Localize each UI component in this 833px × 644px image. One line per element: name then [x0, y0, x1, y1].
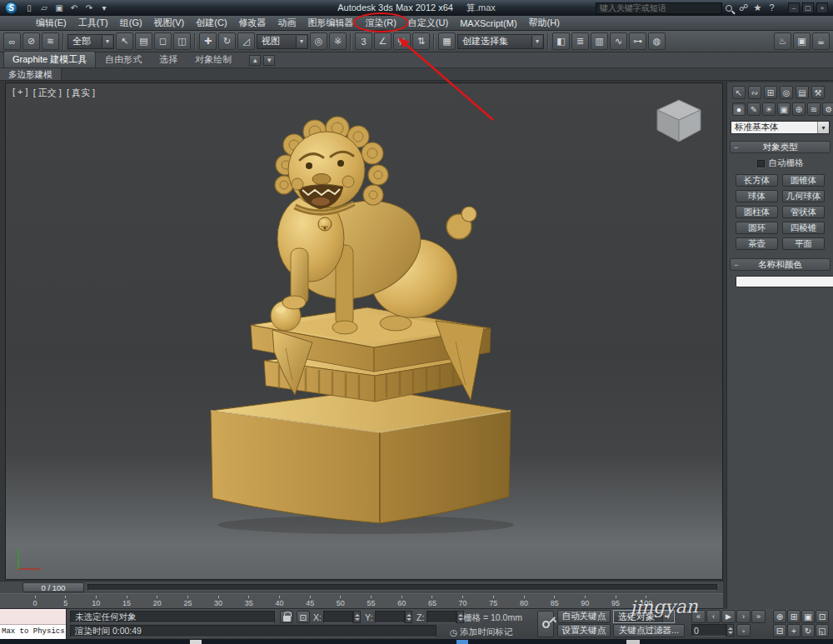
select-and-scale-icon[interactable]: ◿	[237, 32, 255, 50]
select-and-manipulate-icon[interactable]: ※	[329, 32, 347, 50]
maximize-viewport-icon[interactable]: ◱	[816, 624, 829, 637]
menu-item[interactable]: 组(G)	[114, 16, 148, 30]
y-spinner[interactable]	[405, 611, 412, 623]
set-key-toggle-button[interactable]	[537, 611, 554, 637]
object-type-button[interactable]: 球体	[736, 190, 778, 202]
object-name-field[interactable]	[736, 276, 833, 287]
align-icon[interactable]: ≣	[571, 32, 589, 50]
systems-category-icon[interactable]: ⚙	[822, 102, 833, 116]
selection-region-icon[interactable]: ◻	[154, 32, 172, 50]
edit-named-selection-sets-icon[interactable]: ▦	[438, 32, 456, 50]
key-mode-toggle[interactable]: ◦	[736, 624, 751, 637]
time-slider-track[interactable]	[87, 584, 717, 591]
ribbon-minimize-icon[interactable]: ▴	[249, 55, 261, 66]
lights-category-icon[interactable]: ☀	[762, 102, 776, 116]
undo-icon[interactable]: ↶	[67, 2, 81, 14]
menu-item[interactable]: 图形编辑器	[302, 16, 360, 30]
auto-key-button[interactable]: 自动关键点	[557, 610, 611, 623]
tab-selection[interactable]: 选择	[151, 52, 186, 67]
select-and-move-icon[interactable]: ✚	[199, 32, 217, 50]
menu-item[interactable]: 创建(C)	[190, 16, 232, 30]
set-key-button[interactable]: 设置关键点	[557, 624, 611, 637]
use-pivot-center-icon[interactable]: ◎	[310, 32, 327, 50]
object-type-button[interactable]: 圆环	[736, 222, 778, 234]
zoom-extents-icon[interactable]: ▣	[801, 610, 815, 623]
viewport-general-menu[interactable]: [ + ]	[12, 87, 28, 99]
subtab-polygon-modeling[interactable]: 多边形建模	[0, 68, 62, 80]
play-animation-icon[interactable]: ▶	[721, 610, 736, 623]
workspace-dropdown-icon[interactable]: ▾	[97, 2, 111, 14]
open-file-icon[interactable]: ▱	[37, 2, 51, 14]
cameras-category-icon[interactable]: ▣	[777, 102, 791, 116]
curve-editor-icon[interactable]: ∿	[610, 32, 627, 50]
frame-spinner[interactable]	[726, 624, 734, 637]
help-icon[interactable]: ?	[766, 2, 778, 13]
previous-frame-icon[interactable]: ‹	[706, 610, 721, 623]
display-tab-icon[interactable]: ▤	[796, 86, 809, 99]
save-file-icon[interactable]: ▣	[52, 2, 66, 14]
space-warps-category-icon[interactable]: ≋	[807, 102, 821, 116]
object-type-button[interactable]: 长方体	[736, 174, 778, 187]
next-frame-icon[interactable]: ›	[736, 610, 751, 623]
minimize-button[interactable]: –	[788, 2, 800, 13]
object-type-button[interactable]: 圆柱体	[736, 206, 778, 218]
absolute-offset-toggle[interactable]: ⊡	[297, 611, 310, 623]
menu-item[interactable]: 视图(V)	[148, 16, 191, 30]
spinner-up-icon[interactable]	[458, 614, 463, 617]
spinner-down-icon[interactable]	[355, 618, 360, 621]
menu-item[interactable]: 编辑(E)	[30, 16, 72, 30]
percent-snap-icon[interactable]: %	[393, 32, 411, 50]
menu-item[interactable]: 修改器	[233, 16, 272, 30]
close-button[interactable]: ×	[816, 2, 828, 13]
key-selection-dropdown[interactable]: 选定对象 ▾	[613, 610, 675, 623]
go-to-start-icon[interactable]: «	[691, 610, 706, 623]
lion-statue-model[interactable]	[131, 102, 547, 580]
viewport-pov-menu[interactable]: [ 正交 ]	[33, 87, 62, 99]
orthographic-viewport[interactable]: [ + ] [ 正交 ] [ 真实 ]	[5, 82, 723, 580]
selection-lock-toggle[interactable]	[280, 611, 293, 623]
search-input[interactable]	[596, 2, 722, 14]
macro-recorder-row[interactable]	[0, 609, 66, 625]
x-spinner[interactable]	[353, 611, 361, 623]
helpers-category-icon[interactable]: ⊕	[792, 102, 806, 116]
menu-item[interactable]: MAXScript(M)	[454, 16, 522, 30]
spinner-down-icon[interactable]	[407, 618, 412, 621]
tab-object-paint[interactable]: 对象绘制	[187, 52, 240, 67]
menu-item[interactable]: 渲染(R)	[360, 16, 402, 30]
listener-row[interactable]: Max to Physics (	[0, 625, 66, 640]
select-by-name-icon[interactable]: ▤	[135, 32, 152, 50]
autogrid-checkbox[interactable]	[757, 160, 765, 167]
object-type-rollout-header[interactable]: − 对象类型	[730, 141, 831, 153]
spinner-down-icon[interactable]	[728, 632, 733, 634]
render-setup-icon[interactable]: ♨	[774, 32, 791, 50]
track-bar[interactable]: 0510152025303540455055606570758085909510…	[0, 593, 723, 609]
x-coordinate-field[interactable]	[323, 611, 353, 623]
pan-view-icon[interactable]: +	[787, 624, 801, 637]
angle-snap-icon[interactable]: ∠	[374, 32, 392, 50]
motion-tab-icon[interactable]: ◎	[780, 86, 793, 99]
geometry-category-icon[interactable]: ●	[732, 102, 746, 116]
spinner-up-icon[interactable]	[728, 627, 733, 630]
z-coordinate-field[interactable]	[426, 611, 456, 623]
menu-item[interactable]: 帮助(H)	[523, 16, 566, 30]
material-editor-icon[interactable]: ◍	[648, 32, 666, 50]
shapes-category-icon[interactable]: ✎	[747, 102, 761, 116]
tab-freeform[interactable]: 自由形式	[97, 52, 150, 67]
orbit-icon[interactable]: ↻	[801, 624, 815, 637]
zoom-icon[interactable]: ⊕	[773, 610, 786, 623]
unlink-selection-icon[interactable]: ⊘	[22, 32, 40, 50]
spinner-down-icon[interactable]	[458, 618, 463, 621]
spinner-up-icon[interactable]	[407, 614, 412, 617]
redo-icon[interactable]: ↷	[82, 2, 96, 14]
named-selection-sets-dropdown[interactable]: 创建选择集 ▾	[457, 34, 544, 49]
selection-filter-dropdown[interactable]: 全部 ▾	[67, 34, 114, 49]
schematic-view-icon[interactable]: ⊶	[629, 32, 646, 50]
go-to-end-icon[interactable]: »	[751, 610, 766, 623]
rendered-frame-window-icon[interactable]: ▣	[793, 32, 811, 50]
maximize-button[interactable]: ▢	[802, 2, 814, 13]
object-type-button[interactable]: 平面	[782, 237, 825, 250]
name-color-rollout-header[interactable]: − 名称和颜色	[730, 258, 831, 271]
zoom-all-icon[interactable]: ⊞	[787, 610, 801, 623]
search-icon[interactable]	[726, 5, 732, 12]
time-slider-handle[interactable]: 0 / 100	[22, 582, 84, 592]
